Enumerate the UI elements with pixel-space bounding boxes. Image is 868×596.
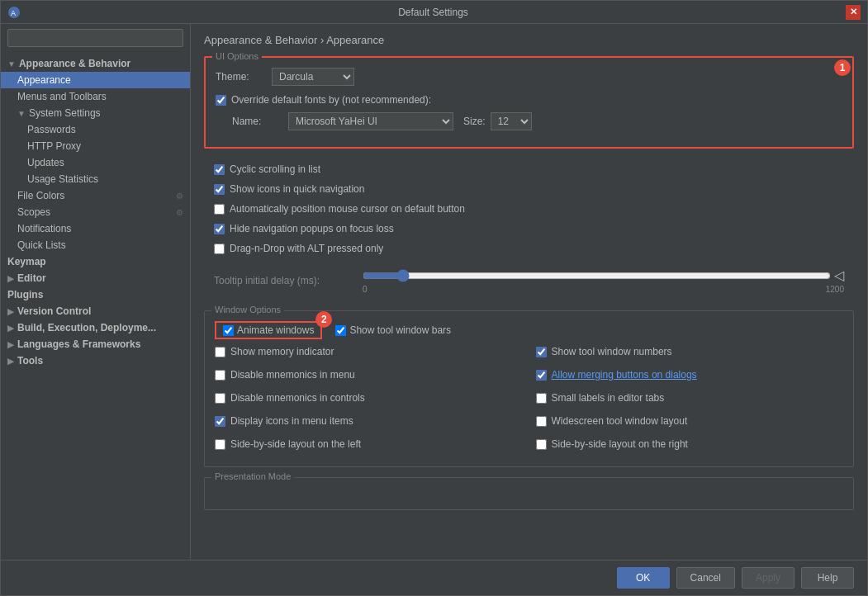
sidebar-item-build-execution[interactable]: ▶ Build, Execution, Deployme... — [1, 319, 190, 336]
apply-button[interactable]: Apply — [742, 567, 794, 589]
side-by-side-left-row: Side-by-side layout on the left — [215, 437, 523, 452]
show-tool-numbers-row: Show tool window numbers — [536, 344, 844, 359]
show-memory-row: Show memory indicator — [215, 344, 523, 359]
show-tool-window-bars-checkbox[interactable] — [335, 325, 346, 336]
sidebar-item-notifications[interactable]: Notifications — [1, 220, 190, 237]
side-by-side-left-label: Side-by-side layout on the left — [230, 438, 361, 450]
side-by-side-right-row: Side-by-side layout on the right — [536, 437, 844, 452]
theme-select[interactable]: Darcula IntelliJ — [272, 68, 354, 86]
disable-mnemonics-menu-label: Disable mnemonics in menu — [230, 369, 355, 381]
presentation-mode-label: Presentation Mode — [211, 471, 294, 481]
side-by-side-left-checkbox[interactable] — [215, 439, 225, 450]
tooltip-label: Tooltip initial delay (ms): — [214, 275, 363, 286]
show-memory-checkbox[interactable] — [215, 347, 225, 357]
side-by-side-right-checkbox[interactable] — [536, 439, 547, 450]
slider-max: 1200 — [826, 285, 844, 294]
expand-arrow: ▶ — [7, 324, 14, 333]
sidebar-item-usage-statistics[interactable]: Usage Statistics — [1, 171, 190, 187]
sidebar-item-system-settings[interactable]: ▼ System Settings — [1, 105, 190, 121]
expand-arrow: ▶ — [7, 307, 14, 316]
sidebar-item-languages-frameworks[interactable]: ▶ Languages & Frameworks — [1, 336, 190, 352]
sidebar-item-keymap[interactable]: Keymap — [1, 253, 190, 270]
ui-options-section: UI Options 1 Theme: Darcula IntelliJ Ove… — [204, 56, 854, 149]
settings-content: Appearance & Behavior › Appearance UI Op… — [191, 24, 867, 560]
sidebar-item-editor[interactable]: ▶ Editor — [1, 270, 190, 286]
small-labels-checkbox[interactable] — [536, 393, 547, 404]
show-tool-numbers-checkbox[interactable] — [536, 347, 547, 357]
display-icons-menu-row: Display icons in menu items — [215, 414, 523, 428]
show-tool-numbers-label: Show tool window numbers — [552, 346, 672, 357]
override-fonts-checkbox[interactable] — [216, 95, 226, 106]
window-options-grid: Show memory indicator Show tool window n… — [215, 344, 843, 456]
widescreen-checkbox[interactable] — [536, 416, 547, 427]
small-labels-label: Small labels in editor tabs — [552, 392, 665, 404]
slider-icon: ◁ — [834, 267, 844, 283]
animate-windows-checkbox[interactable] — [223, 325, 234, 336]
app-logo: A — [7, 6, 21, 19]
disable-mnemonics-menu-checkbox[interactable] — [215, 370, 225, 381]
show-tool-window-bars-label: Show tool window bars — [349, 324, 451, 336]
sidebar-item-appearance[interactable]: Appearance — [1, 72, 190, 88]
font-name-select[interactable]: Microsoft YaHei UI Arial Segoe UI — [288, 112, 453, 130]
window-title: Default Settings — [21, 7, 846, 18]
display-icons-menu-label: Display icons in menu items — [230, 415, 353, 427]
sidebar-item-scopes[interactable]: Scopes ⚙ — [1, 204, 190, 220]
sidebar: ▼ Appearance & Behavior Appearance Menus… — [1, 24, 191, 560]
svg-text:A: A — [11, 9, 16, 17]
sidebar-item-quick-lists[interactable]: Quick Lists — [1, 237, 190, 253]
expand-arrow: ▼ — [17, 109, 26, 118]
theme-label: Theme: — [216, 71, 265, 83]
file-colors-icon: ⚙ — [176, 192, 183, 201]
hide-nav-popups-checkbox[interactable] — [214, 224, 225, 234]
font-size-select[interactable]: 10 11 12 13 14 — [491, 112, 532, 130]
sidebar-item-file-colors[interactable]: File Colors ⚙ — [1, 187, 190, 204]
window-options-top-row: Animate windows 2 Show tool window bars — [215, 321, 843, 339]
help-button[interactable]: Help — [801, 567, 854, 589]
search-input[interactable] — [7, 29, 183, 47]
override-fonts-row: Override default fonts by (not recommend… — [216, 92, 842, 107]
hide-nav-popups-row: Hide navigation popups on focus loss — [214, 221, 844, 236]
expand-arrow: ▶ — [7, 274, 14, 283]
tooltip-slider[interactable] — [363, 269, 831, 282]
auto-position-label: Automatically position mouse cursor on d… — [230, 203, 465, 215]
sidebar-item-tools[interactable]: ▶ Tools — [1, 352, 190, 369]
widescreen-row: Widescreen tool window layout — [536, 414, 844, 428]
disable-mnemonics-controls-checkbox[interactable] — [215, 393, 225, 404]
display-icons-menu-checkbox[interactable] — [215, 416, 225, 427]
expand-arrow: ▼ — [7, 59, 16, 69]
sidebar-item-appearance-behavior[interactable]: ▼ Appearance & Behavior — [1, 55, 190, 72]
auto-position-checkbox[interactable] — [214, 204, 225, 215]
font-name-row: Name: Microsoft YaHei UI Arial Segoe UI … — [216, 112, 842, 130]
sidebar-item-http-proxy[interactable]: HTTP Proxy — [1, 138, 190, 154]
size-label: Size: — [463, 116, 486, 127]
disable-mnemonics-controls-label: Disable mnemonics in controls — [230, 392, 365, 404]
sidebar-item-passwords[interactable]: Passwords — [1, 121, 190, 138]
slider-wrapper: ◁ — [363, 267, 844, 283]
auto-position-row: Automatically position mouse cursor on d… — [214, 201, 844, 216]
sidebar-item-plugins[interactable]: Plugins — [1, 286, 190, 303]
allow-merging-checkbox[interactable] — [536, 370, 547, 381]
ui-options-label: UI Options — [212, 51, 262, 61]
tooltip-slider-section: Tooltip initial delay (ms): ◁ 0 1200 — [204, 264, 854, 310]
disable-mnemonics-menu-row: Disable mnemonics in menu — [215, 367, 523, 382]
drag-drop-alt-checkbox[interactable] — [214, 244, 225, 254]
widescreen-label: Widescreen tool window layout — [552, 415, 688, 427]
ok-button[interactable]: OK — [617, 567, 670, 589]
close-button[interactable]: ✕ — [846, 5, 861, 20]
sidebar-item-version-control[interactable]: ▶ Version Control — [1, 303, 190, 319]
cyclic-scroll-checkbox[interactable] — [214, 164, 225, 175]
cancel-button[interactable]: Cancel — [676, 567, 735, 589]
badge-1: 1 — [834, 59, 851, 76]
sidebar-item-updates[interactable]: Updates — [1, 154, 190, 171]
expand-arrow: ▶ — [7, 340, 14, 349]
sidebar-item-menus-toolbars[interactable]: Menus and Toolbars — [1, 88, 190, 105]
show-icons-nav-row: Show icons in quick navigation — [214, 182, 844, 196]
nav-tree: ▼ Appearance & Behavior Appearance Menus… — [1, 52, 190, 372]
drag-drop-alt-row: Drag-n-Drop with ALT pressed only — [214, 241, 844, 256]
animate-windows-box: Animate windows 2 — [215, 321, 322, 339]
show-icons-nav-checkbox[interactable] — [214, 184, 225, 195]
cyclic-scroll-row: Cyclic scrolling in list — [214, 162, 844, 177]
window-options-label: Window Options — [211, 305, 284, 315]
animate-windows-label: Animate windows — [237, 324, 314, 336]
hide-nav-popups-label: Hide navigation popups on focus loss — [230, 223, 394, 234]
